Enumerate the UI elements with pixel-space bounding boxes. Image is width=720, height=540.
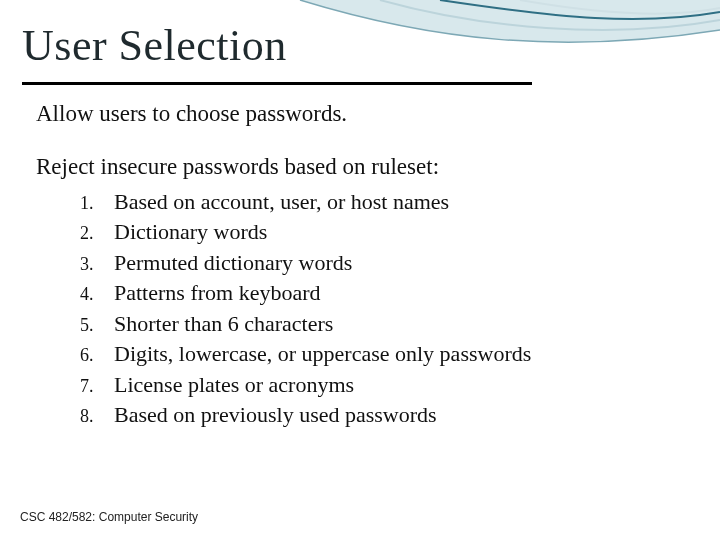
slide: User Selection Allow users to choose pas… — [0, 0, 720, 540]
paragraph-ruleset: Reject insecure passwords based on rules… — [36, 153, 686, 182]
list-item: 6. Digits, lowercase, or uppercase only … — [80, 340, 686, 368]
slide-body: Allow users to choose passwords. Reject … — [36, 100, 686, 432]
list-item: 5. Shorter than 6 characters — [80, 310, 686, 338]
list-text: Based on account, user, or host names — [114, 188, 449, 216]
list-text: Patterns from keyboard — [114, 279, 321, 307]
list-number: 7. — [80, 375, 114, 398]
list-number: 8. — [80, 405, 114, 428]
list-number: 1. — [80, 192, 114, 215]
list-number: 2. — [80, 222, 114, 245]
title-underline — [22, 82, 532, 85]
list-item: 8. Based on previously used passwords — [80, 401, 686, 429]
list-item: 7. License plates or acronyms — [80, 371, 686, 399]
list-number: 3. — [80, 253, 114, 276]
list-item: 4. Patterns from keyboard — [80, 279, 686, 307]
list-number: 5. — [80, 314, 114, 337]
list-text: Based on previously used passwords — [114, 401, 437, 429]
list-text: Permuted dictionary words — [114, 249, 352, 277]
ruleset-list: 1. Based on account, user, or host names… — [36, 188, 686, 429]
list-text: Dictionary words — [114, 218, 267, 246]
list-text: Shorter than 6 characters — [114, 310, 333, 338]
list-number: 4. — [80, 283, 114, 306]
list-text: License plates or acronyms — [114, 371, 354, 399]
list-text: Digits, lowercase, or uppercase only pas… — [114, 340, 531, 368]
slide-title: User Selection — [22, 20, 287, 71]
slide-footer: CSC 482/582: Computer Security — [20, 510, 198, 524]
list-item: 1. Based on account, user, or host names — [80, 188, 686, 216]
list-number: 6. — [80, 344, 114, 367]
list-item: 2. Dictionary words — [80, 218, 686, 246]
list-item: 3. Permuted dictionary words — [80, 249, 686, 277]
paragraph-intro: Allow users to choose passwords. — [36, 100, 686, 129]
